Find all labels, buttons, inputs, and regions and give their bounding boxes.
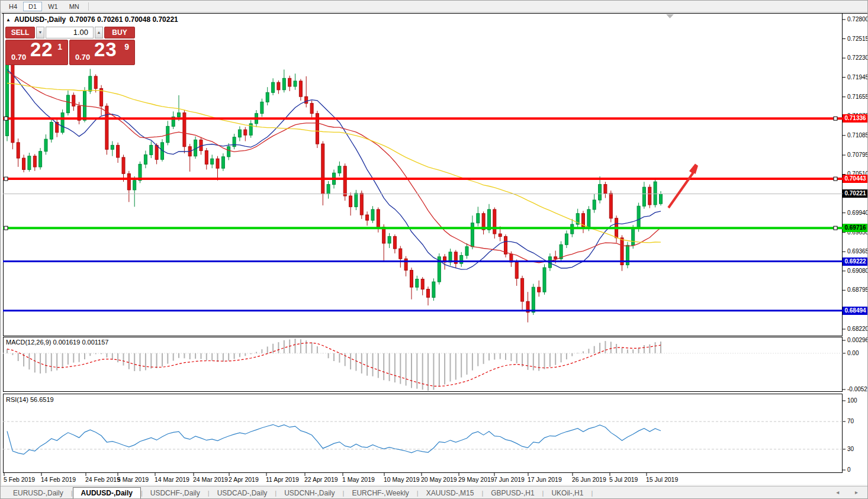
chart-title: ▲ AUDUSD-,Daily 0.70076 0.70261 0.70048 … [6, 15, 178, 24]
symbol-tab-ukoil[interactable]: UKOil-,H1 [544, 488, 591, 498]
price-axis-label: 0.72230 [847, 54, 868, 61]
pane-border [4, 394, 843, 473]
date-axis-label: 5 Jul 2019 [609, 476, 638, 483]
volume-input[interactable]: 1.00 [46, 27, 94, 38]
symbol-tab-eurusd[interactable]: EURUSD-,Daily [5, 488, 71, 498]
date-axis-label: 15 Jul 2019 [646, 476, 678, 483]
date-axis-label: 22 Apr 2019 [304, 476, 338, 483]
buy-price-box[interactable]: 0.70 23 9 [69, 40, 135, 65]
moving-average-line [7, 72, 661, 263]
buy-price-pip: 9 [124, 42, 129, 51]
macd-indicator-label: MACD(12,26,9) 0.001619 0.001157 [6, 339, 108, 346]
macd-signal-line [7, 343, 661, 386]
macd-axis-label: -0.005255 [847, 386, 868, 392]
rsi-axis-label: 70 [847, 418, 854, 424]
date-axis-label: 1 May 2019 [342, 476, 375, 483]
price-axis-label: 0.72800 [847, 16, 868, 22]
chart-shift-marker-icon[interactable] [666, 14, 674, 18]
date-axis-label: 14 Mar 2019 [155, 476, 189, 483]
candles [6, 59, 663, 322]
trend-arrow[interactable] [668, 164, 698, 208]
sell-price-prefix: 0.70 [11, 53, 26, 62]
date-axis-label: 17 Jun 2019 [528, 476, 562, 483]
date-axis-label: 10 May 2019 [384, 476, 420, 483]
ohlc-values: 0.70076 0.70261 0.70048 0.70221 [69, 15, 178, 24]
line-selection-handle[interactable] [4, 117, 8, 120]
date-axis-label: 5 Feb 2019 [4, 476, 35, 483]
symbol-tab-audusd[interactable]: AUDUSD-,Daily [73, 487, 141, 499]
price-axis-label: 0.71945 [847, 74, 868, 81]
rsi-line [7, 424, 661, 454]
buy-price-prefix: 0.70 [75, 53, 90, 62]
one-click-trade-panel: SELL ▼ 1.00 ▲ BUY 0.70 22 1 0.70 23 9 [5, 27, 135, 65]
rsi-axis-label: 100 [847, 397, 857, 404]
symbol-tab-gbpusd[interactable]: GBPUSD-,H1 [483, 488, 542, 498]
line-selection-handle[interactable] [4, 226, 8, 230]
symbol-tab-usdcnh[interactable]: USDCNH-,Daily [277, 488, 342, 498]
symbol-tab-usdchf[interactable]: USDCHF-,Daily [143, 488, 208, 498]
line-selection-handle[interactable] [834, 226, 837, 230]
date-axis-label: 2 Apr 2019 [229, 476, 259, 483]
macd-histogram [7, 339, 661, 391]
date-axis-label: 5 Mar 2019 [117, 476, 149, 483]
price-axis-label: 0.71085 [847, 132, 868, 139]
symbol-tab-bar: EURUSD-,Daily|AUDUSD-,Daily|USDCHF-,Dail… [1, 486, 868, 499]
date-axis-label: 24 Mar 2019 [193, 476, 228, 483]
date-axis-label: 11 Apr 2019 [266, 476, 299, 483]
tab-separator: | [591, 490, 593, 497]
date-axis-label: 29 May 2019 [458, 476, 494, 483]
mt4-window: H4 D1 W1 MN ▲ AUDUSD-,Daily 0.70076 0.70… [0, 0, 868, 499]
level-price-tag[interactable]: 0.70443 [843, 175, 868, 183]
buy-button[interactable]: BUY [104, 27, 135, 38]
sell-button[interactable]: SELL [5, 27, 35, 38]
tab-scroll-arrows[interactable]: ◂ ▸ [836, 489, 865, 495]
price-axis-label: 0.68220 [847, 326, 868, 332]
line-selection-handle[interactable] [4, 177, 8, 181]
date-axis-label: 24 Feb 2019 [85, 476, 120, 483]
price-axis-label: 0.71655 [847, 94, 868, 100]
buy-price-big: 23 [94, 38, 117, 61]
rsi-axis-label: 30 [847, 446, 854, 452]
level-price-tag[interactable]: 0.69222 [843, 257, 868, 266]
bid-price-tag: 0.70221 [843, 189, 868, 198]
price-axis-label: 0.69080 [847, 268, 868, 274]
sell-price-big: 22 [30, 38, 53, 61]
macd-axis-label: 0.002962 [847, 337, 868, 343]
price-axis-label: 0.69365 [847, 248, 868, 255]
rsi-axis-label: 0 [847, 466, 851, 473]
line-selection-handle[interactable] [834, 177, 837, 181]
price-axis-label: 0.72515 [847, 36, 868, 42]
symbol-tab-eurchf[interactable]: EURCHF-,Weekly [344, 488, 416, 498]
macd-axis-label: 0.00 [847, 350, 859, 356]
price-axis-label: 0.68795 [847, 286, 868, 293]
date-axis-label: 26 Jun 2019 [572, 476, 606, 483]
moving-average-line [7, 69, 661, 269]
symbol-tab-xauusd[interactable]: XAUUSD-,M15 [419, 488, 482, 498]
rsi-indicator-label: RSI(14) 56.6519 [6, 396, 54, 403]
date-axis-label: 20 May 2019 [421, 476, 457, 483]
level-price-tag[interactable]: 0.68494 [843, 307, 868, 315]
level-price-tag[interactable]: 0.71336 [843, 114, 868, 123]
symbol-tab-usdcad[interactable]: USDCAD-,Daily [210, 488, 275, 498]
price-axis-label: 0.70795 [847, 152, 868, 158]
date-axis-label: 7 Jun 2019 [494, 476, 525, 483]
date-axis-label: 14 Feb 2019 [41, 476, 76, 483]
sell-price-pip: 1 [57, 42, 62, 51]
level-price-tag[interactable]: 0.69716 [843, 224, 868, 232]
collapse-panel-icon[interactable]: ▲ [6, 17, 11, 22]
line-selection-handle[interactable] [834, 117, 837, 120]
volume-increase-button[interactable]: ▲ [95, 27, 103, 38]
chart-canvas[interactable] [1, 1, 868, 499]
sell-price-box[interactable]: 0.70 22 1 [5, 40, 68, 65]
volume-decrease-button[interactable]: ▼ [36, 27, 44, 38]
price-axis-label: 0.69940 [847, 210, 868, 216]
symbol-period-label: AUDUSD-,Daily [14, 15, 66, 24]
